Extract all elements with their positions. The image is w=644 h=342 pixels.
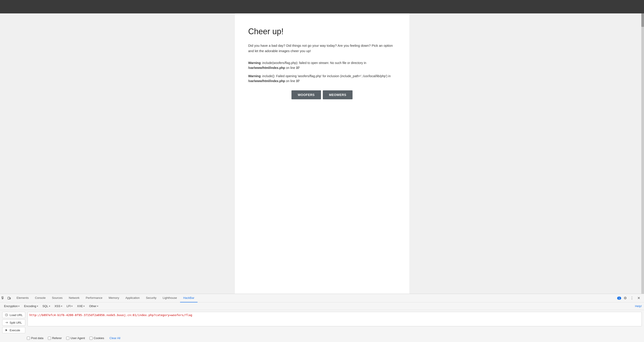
xss-label: XSS [54, 304, 60, 308]
clear-all-link[interactable]: Clear All [110, 336, 120, 340]
warning-line-pre-2: on line [285, 79, 296, 83]
devtools-icon-group [1, 296, 12, 300]
page-card: Cheer up! Did you have a bad day? Did th… [235, 14, 409, 294]
svg-rect-0 [2, 296, 3, 298]
encryption-label: Encryption [4, 304, 18, 308]
sql-arrow: ▾ [49, 305, 50, 307]
scrollbar-thumb[interactable] [641, 14, 644, 27]
tab-lighthouse[interactable]: Lighthouse [160, 294, 180, 302]
load-url-icon [5, 313, 8, 317]
encoding-menu[interactable]: Encoding ▾ [22, 304, 40, 308]
encoding-label: Encoding [24, 304, 36, 308]
browser-top-bar [0, 0, 644, 14]
devtools-panel: Elements Console Sources Network Perform… [0, 294, 644, 342]
referer-label: Referer [52, 336, 62, 340]
hackbar-main: Load URL Split URL Execute [0, 310, 644, 335]
load-url-label: Load URL [10, 313, 23, 317]
tab-application[interactable]: Application [122, 294, 143, 302]
tab-sources[interactable]: Sources [49, 294, 66, 302]
sql-label: SQL [42, 304, 48, 308]
warning-2: Warning: include(): Failed opening 'woof… [248, 74, 396, 84]
post-data-checkbox[interactable] [27, 337, 30, 340]
close-button[interactable]: ✕ [636, 296, 641, 301]
woofers-button[interactable]: WOOFERS [292, 90, 321, 99]
referer-checkbox-label[interactable]: Referer [48, 336, 62, 340]
lfi-arrow: ▾ [71, 305, 72, 307]
more-button[interactable]: ⋮ [629, 296, 634, 301]
tab-performance[interactable]: Performance [82, 294, 105, 302]
user-agent-label: User Agent [70, 336, 85, 340]
warning-path-2: /var/www/html/index.php [248, 79, 285, 83]
browser-viewport: Cheer up! Did you have a bad day? Did th… [0, 0, 644, 294]
load-url-button[interactable]: Load URL [2, 312, 25, 318]
hackbar-checkboxes: Post data Referer User Agent Cookies Cle… [0, 335, 644, 342]
other-label: Other [89, 304, 96, 308]
cookies-checkbox-label[interactable]: Cookies [90, 336, 104, 340]
other-menu[interactable]: Other ▾ [87, 304, 100, 308]
execute-button[interactable]: Execute [2, 327, 25, 333]
warning-line-1: 37 [296, 66, 300, 70]
url-input[interactable] [28, 312, 642, 326]
execute-label: Execute [10, 328, 20, 332]
tab-network[interactable]: Network [66, 294, 83, 302]
devtools-tabs-bar: Elements Console Sources Network Perform… [0, 294, 644, 302]
meowers-button[interactable]: MEOWERS [323, 90, 352, 99]
split-url-label: Split URL [10, 321, 22, 324]
lfi-label: LFI [67, 304, 71, 308]
settings-button[interactable]: ⚙ [622, 296, 628, 301]
page-description: Did you have a bad day? Did things not g… [248, 43, 396, 54]
warning-text-1: : include(woofers/flag.php): failed to o… [260, 61, 366, 65]
scrollbar[interactable] [641, 14, 644, 294]
split-url-button[interactable]: Split URL [2, 320, 25, 326]
xxe-arrow: ▾ [84, 305, 84, 307]
tab-console[interactable]: Console [32, 294, 49, 302]
warning-1: Warning: include(woofers/flag.php): fail… [248, 60, 396, 70]
warning-line-pre-1: on line [285, 66, 296, 70]
user-agent-checkbox-label[interactable]: User Agent [66, 336, 85, 340]
error-badge: 1 [617, 296, 621, 300]
post-data-label: Post data [31, 336, 44, 340]
user-agent-checkbox[interactable] [66, 337, 69, 340]
page-title: Cheer up! [248, 27, 396, 36]
help-link[interactable]: Help! [635, 304, 642, 308]
hackbar-action-buttons: Load URL Split URL Execute [2, 312, 25, 333]
post-data-checkbox-label[interactable]: Post data [27, 336, 44, 340]
svg-marker-7 [6, 329, 8, 331]
xxe-label: XXE [77, 304, 83, 308]
split-url-icon [5, 321, 8, 324]
warning-label-2: Warning [248, 74, 260, 78]
tab-elements[interactable]: Elements [14, 294, 32, 302]
tab-hackbar[interactable]: HackBar [180, 294, 198, 302]
warning-line-2: 37 [296, 79, 300, 83]
page-content: Cheer up! Did you have a bad day? Did th… [0, 14, 644, 294]
page-buttons: WOOFERS MEOWERS [248, 90, 396, 99]
warning-label-1: Warning [248, 61, 260, 65]
tab-security[interactable]: Security [143, 294, 160, 302]
encryption-menu[interactable]: Encryption ▾ [2, 304, 21, 308]
svg-rect-3 [8, 297, 10, 299]
cookies-label: Cookies [94, 336, 104, 340]
svg-rect-4 [10, 298, 10, 299]
inspect-icon[interactable] [1, 296, 6, 300]
devtools-actions: 1 ⚙ ⋮ ✕ [617, 296, 643, 301]
sql-menu[interactable]: SQL ▾ [41, 304, 52, 308]
warning-text-2: : include(): Failed opening 'woofers/fla… [260, 74, 391, 78]
hackbar-toolbar: Encryption ▾ Encoding ▾ SQL ▾ XSS ▾ LFI … [0, 302, 644, 310]
device-icon[interactable] [7, 296, 12, 300]
tab-memory[interactable]: Memory [106, 294, 122, 302]
encryption-arrow: ▾ [18, 305, 20, 307]
cookies-checkbox[interactable] [90, 337, 92, 340]
execute-icon [5, 328, 8, 332]
encoding-arrow: ▾ [37, 305, 38, 307]
xxe-menu[interactable]: XXE ▾ [75, 304, 86, 308]
xss-arrow: ▾ [61, 305, 62, 307]
lfi-menu[interactable]: LFI ▾ [65, 304, 74, 308]
other-arrow: ▾ [97, 305, 98, 307]
xss-menu[interactable]: XSS ▾ [53, 304, 64, 308]
referer-checkbox[interactable] [48, 337, 51, 340]
warning-path-1: /var/www/html/index.php [248, 66, 285, 70]
